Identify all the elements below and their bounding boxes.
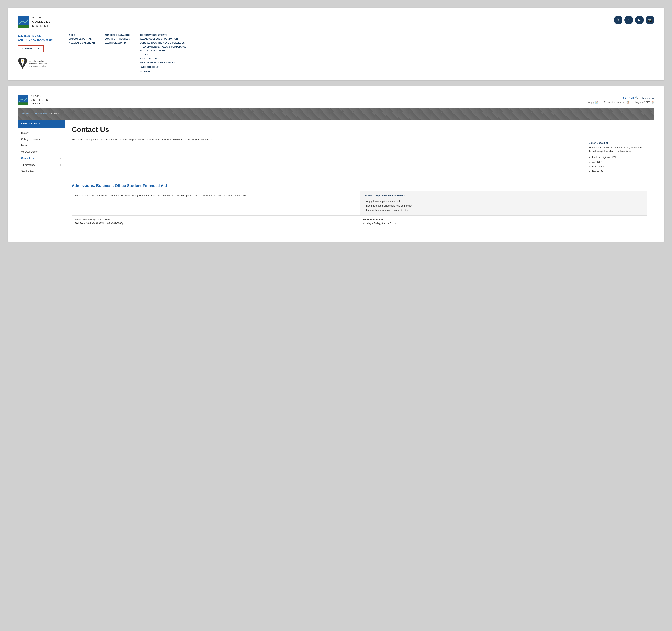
footer-link-baldrige[interactable]: BALDRIGE AWARD [105,42,130,44]
admissions-info-table: For assistance with admissions, payments… [72,191,647,228]
sidebar-item-visit[interactable]: Visit Our District [18,149,65,155]
page-title: Contact Us [72,125,647,134]
footer-nav: ACES EMPLOYEE PORTAL ACADEMIC CALENDAR A… [69,34,654,73]
header-right: SEARCH 🔍 MENU ☰ Apply 📝 Request Informat… [588,96,654,104]
footer-link-sitemap[interactable]: SITEMAP [140,70,187,73]
breadcrumb-our-district[interactable]: OUR DISTRICT [35,112,50,115]
admissions-hours-cell: Hours of Operation Monday – Friday, 8 a.… [360,216,647,228]
breadcrumb: ABOUT US / OUR DISTRICT / CONTACT US [22,112,66,115]
footer-link-fraud[interactable]: FRAUD HOTLINE [140,57,187,60]
footer-col-1: ACES EMPLOYEE PORTAL ACADEMIC CALENDAR [69,34,95,73]
request-info-icon: 📋 [626,101,629,104]
page-card: ALAMO COLLEGES DISTRICT SEARCH 🔍 MENU ☰ … [8,86,664,242]
twitter-link[interactable]: 𝕏 [614,16,623,24]
sidebar-nav: History College Resumes Maps Visit Our D… [18,128,65,177]
sidebar-item-service-area[interactable]: Service Area [18,168,65,175]
caller-checklist: Caller Checklist When calling any of the… [584,137,647,177]
breadcrumb-current: CONTACT US [53,112,66,115]
footer-link-foundation[interactable]: ALAMO COLLEGES FOUNDATION [140,38,187,40]
youtube-link[interactable]: ▶ [635,16,644,24]
footer-link-website-help[interactable]: WEBSITE HELP [140,65,187,69]
footer-link-title-ix[interactable]: TITLE IX [140,53,187,56]
footer-link-transparency[interactable]: TRANSPARENCY, TAXES & COMPLIANCE [140,46,187,48]
footer-logo-area: ALAMO COLLEGES DISTRICT [18,16,51,28]
admissions-left-cell: For assistance with admissions, payments… [72,191,360,216]
sidebar-item-contact-us[interactable]: Contact Us – [18,155,65,161]
sidebar-item-emergency[interactable]: Emergency + [18,161,65,168]
footer-link-aces[interactable]: ACES [69,34,95,36]
checklist-item-banner: Banner ID [592,169,643,174]
footer-card: ALAMO COLLEGES DISTRICT 𝕏 f ▶ 📷 2222 N. … [8,8,664,80]
facebook-icon: f [628,18,629,22]
hours-title: Hours of Operation [363,218,384,221]
footer-link-coronavirus[interactable]: CORONAVIRUS UPDATE [140,34,187,36]
sidebar-title: OUR DISTRICT [18,120,65,128]
menu-button[interactable]: MENU ☰ [642,96,654,99]
svg-rect-2 [18,25,29,28]
admissions-right-title: Our team can provide assistance with: [363,194,644,198]
footer-logo-text: ALAMO COLLEGES DISTRICT [32,16,51,28]
sidebar-item-history[interactable]: History [18,130,65,136]
social-icons: 𝕏 f ▶ 📷 [614,16,654,24]
instagram-icon: 📷 [648,18,652,22]
header-logo-text: ALAMO COLLEGES DISTRICT [31,94,48,106]
instagram-link[interactable]: 📷 [646,16,654,24]
apply-icon: 📝 [595,101,598,104]
facebook-link[interactable]: f [624,16,633,24]
contact-us-button[interactable]: CONTACT US [18,45,44,52]
login-icon: 🏠 [651,101,654,104]
apply-link[interactable]: Apply 📝 [588,101,598,104]
footer-col-2: ACADEMIC CATALOGS BOARD OF TRUSTEES BALD… [105,34,130,73]
footer-link-catalogs[interactable]: ACADEMIC CATALOGS [105,34,130,36]
footer-link-mental-health[interactable]: MENTAL HEALTH RESOURCES [140,61,187,64]
hamburger-icon: ☰ [652,96,654,99]
admissions-item-1: Apply Texas application and status [366,199,644,204]
footer-left-col: 2222 N. ALAMO ST. SAN ANTONIO, TEXAS 782… [18,34,61,70]
footer-link-jobs[interactable]: JOBS ACROSS THE ALAMO COLLEGES [140,42,187,44]
baldrige-badge: Malcolm Baldrige National Quality Award … [18,58,61,70]
admissions-right-items: Apply Texas application and status Docum… [363,199,644,212]
admissions-phone-cell: Local: 21ALAMO (210-212-5266) Toll Free:… [72,216,360,228]
sidebar: OUR DISTRICT History College Resumes Map… [18,120,65,234]
footer-logo-icon [18,16,29,28]
content-columns: The Alamo Colleges District is committed… [72,137,647,177]
footer-link-academic-calendar[interactable]: ACADEMIC CALENDAR [69,42,95,44]
admissions-right-cell: Our team can provide assistance with: Ap… [360,191,647,216]
main-content: Contact Us The Alamo Colleges District i… [65,120,654,234]
request-info-link[interactable]: Request Information 📋 [604,101,629,104]
checklist-item-aces: ACES ID [592,160,643,164]
footer-address: 2222 N. ALAMO ST. SAN ANTONIO, TEXAS 782… [18,34,61,42]
login-link[interactable]: Login to ACES 🏠 [635,101,654,104]
checklist-item-ssn: Last four digits of SSN [592,155,643,160]
checklist-item-dob: Date of Birth [592,164,643,169]
footer-link-employee-portal[interactable]: EMPLOYEE PORTAL [69,38,95,40]
search-button[interactable]: SEARCH 🔍 [623,96,639,99]
site-header: ALAMO COLLEGES DISTRICT SEARCH 🔍 MENU ☰ … [18,94,654,108]
footer-link-trustees[interactable]: BOARD OF TRUSTEES [105,38,130,40]
intro-text: The Alamo Colleges District is committed… [72,137,579,177]
page-body: OUR DISTRICT History College Resumes Map… [18,120,654,234]
breadcrumb-about-us[interactable]: ABOUT US [22,112,32,115]
header-logo-icon [18,95,28,105]
footer-link-police[interactable]: POLICE DEPARTMENT [140,49,187,52]
page-banner: ABOUT US / OUR DISTRICT / CONTACT US [18,108,654,120]
footer-col-3: CORONAVIRUS UPDATE ALAMO COLLEGES FOUNDA… [140,34,187,73]
twitter-icon: 𝕏 [617,18,620,22]
caller-checklist-title: Caller Checklist [589,141,643,144]
baldrige-icon [18,58,27,70]
admissions-section-title: Admissions, Business Office Student Fina… [72,183,647,188]
sidebar-item-college-resumes[interactable]: College Resumes [18,136,65,142]
search-icon: 🔍 [635,96,639,99]
youtube-icon: ▶ [638,18,641,22]
caller-checklist-desc: When calling any of the numbers listed, … [589,146,643,153]
hours-value: Monday – Friday, 8 a.m.– 5 p.m. [363,222,397,225]
admissions-item-3: Financial aid awards and payment options [366,208,644,212]
sidebar-item-maps[interactable]: Maps [18,142,65,149]
baldrige-text: Malcolm Baldrige National Quality Award … [29,60,47,68]
header-logo-area: ALAMO COLLEGES DISTRICT [18,94,48,106]
svg-rect-7 [18,102,28,105]
admissions-item-2: Document submissions and hold completion [366,204,644,208]
caller-checklist-items: Last four digits of SSN ACES ID Date of … [589,155,643,174]
